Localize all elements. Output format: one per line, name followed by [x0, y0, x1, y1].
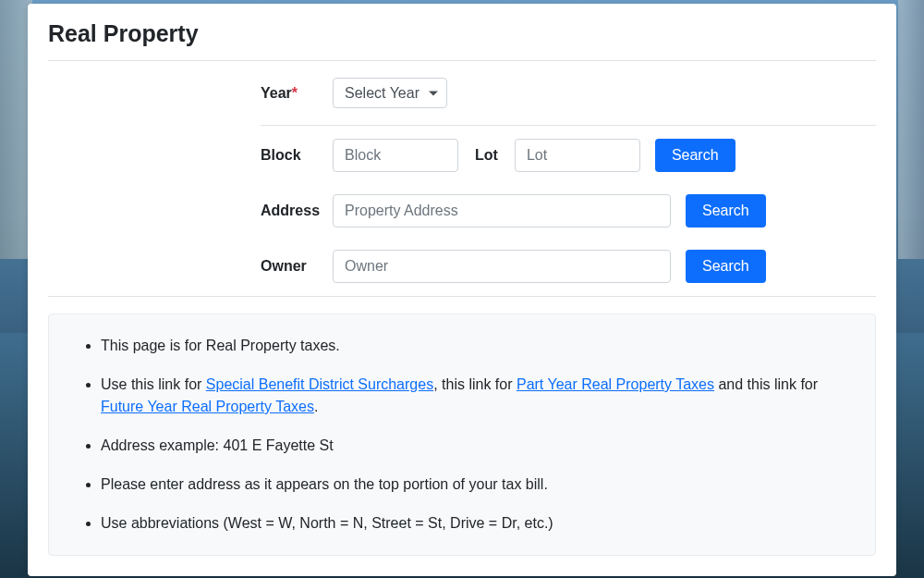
search-block-button[interactable]: Search: [655, 139, 736, 172]
address-row: Address Search: [261, 185, 876, 240]
info-item: This page is for Real Property taxes.: [101, 335, 847, 357]
year-label: Year*: [261, 85, 333, 102]
info-item: Use abbreviations (West = W, North = N, …: [101, 512, 847, 535]
search-form: Year* Select Year Block Lot Search Addre…: [48, 61, 876, 296]
search-address-button[interactable]: Search: [686, 194, 766, 228]
info-item: Address example: 401 E Fayette St: [101, 435, 847, 457]
main-panel: Real Property Year* Select Year Block Lo…: [28, 4, 896, 576]
link-part-year[interactable]: Part Year Real Property Taxes: [517, 376, 714, 392]
owner-row: Owner Search: [261, 240, 876, 296]
lot-label: Lot: [475, 147, 498, 164]
block-input[interactable]: [333, 139, 458, 172]
block-lot-row: Block Lot Search: [261, 126, 876, 185]
info-item-links: Use this link for Special Benefit Distri…: [101, 374, 847, 418]
info-box: This page is for Real Property taxes. Us…: [48, 314, 876, 556]
year-row: Year* Select Year: [261, 61, 876, 125]
owner-label: Owner: [261, 258, 333, 275]
divider: [48, 296, 876, 297]
year-select[interactable]: Select Year: [333, 78, 447, 108]
owner-input[interactable]: [333, 250, 671, 283]
lot-input[interactable]: [515, 139, 640, 172]
search-owner-button[interactable]: Search: [686, 250, 766, 283]
address-input[interactable]: [333, 194, 671, 228]
info-item: Please enter address as it appears on th…: [101, 473, 847, 496]
link-special-benefit[interactable]: Special Benefit District Surcharges: [206, 376, 433, 392]
block-label: Block: [261, 147, 333, 164]
link-future-year[interactable]: Future Year Real Property Taxes: [101, 399, 314, 414]
address-label: Address: [261, 203, 333, 219]
page-title: Real Property: [48, 20, 876, 47]
